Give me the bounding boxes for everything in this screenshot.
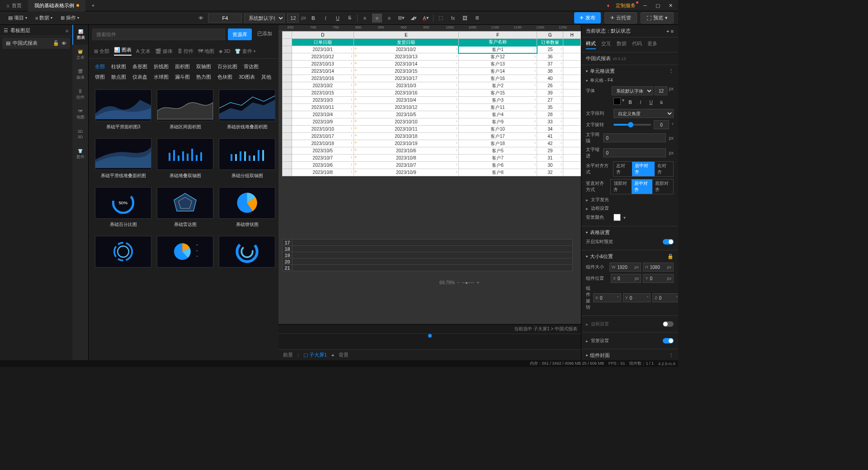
- data-cell[interactable]: ≡2023/10/17↓: [354, 75, 458, 82]
- chart-type-全部[interactable]: 全部: [95, 63, 105, 70]
- data-cell[interactable]: ≡2023/10/18↓: [354, 133, 458, 140]
- data-cell[interactable]: ≡2023/10/7↓: [354, 162, 458, 169]
- data-cell[interactable]: 客户10↓: [458, 126, 537, 133]
- data-cell[interactable]: 27↓: [537, 97, 563, 104]
- widget-tab-地图[interactable]: 🗺地图: [198, 47, 214, 56]
- col-header[interactable]: F: [458, 32, 537, 39]
- lock-icon[interactable]: 🔒: [667, 254, 674, 259]
- data-cell[interactable]: 28↓: [537, 111, 563, 118]
- y-input[interactable]: [650, 276, 665, 281]
- x-input[interactable]: [618, 276, 633, 281]
- italic-button[interactable]: I: [321, 14, 330, 23]
- realtime-toggle[interactable]: [663, 239, 674, 244]
- data-cell[interactable]: 34↓: [537, 126, 563, 133]
- v-align-segment[interactable]: 顶部对齐居中对齐底部对齐: [610, 179, 674, 194]
- data-cell[interactable]: 客户6↓: [458, 162, 537, 169]
- data-cell[interactable]: 2023/10/15↓: [292, 89, 354, 97]
- widget-tab-媒体[interactable]: 🎬媒体: [155, 47, 173, 56]
- data-cell[interactable]: 客户5↓: [458, 147, 537, 155]
- rail-媒体[interactable]: 🎬媒体: [72, 65, 88, 85]
- widget-tab-套件[interactable]: 👕套件▾: [235, 47, 255, 56]
- section-cover[interactable]: 组件封面: [590, 352, 610, 359]
- data-cell[interactable]: 客户16↓: [458, 75, 537, 82]
- rp-tab-更多[interactable]: 更多: [647, 40, 657, 49]
- merge-button[interactable]: ⬚: [436, 14, 446, 23]
- data-cell[interactable]: 客户11↓: [458, 104, 537, 111]
- chart-thumb[interactable]: 50%基础百分比图: [95, 187, 151, 228]
- data-cell[interactable]: ≡2023/10/14↓: [354, 61, 458, 68]
- header-cell[interactable]: 订单数量: [537, 39, 563, 46]
- chart-thumb[interactable]: [95, 236, 151, 270]
- data-cell[interactable]: 29↓: [537, 147, 563, 155]
- width-input[interactable]: [617, 265, 632, 270]
- data-cell[interactable]: ≡2023/10/10↓: [354, 118, 458, 126]
- data-cell[interactable]: 2023/10/1↓: [292, 46, 354, 53]
- data-cell[interactable]: 客户2↓: [458, 82, 537, 89]
- data-cell[interactable]: 26↓: [537, 82, 563, 89]
- data-cell[interactable]: 客户15↓: [458, 89, 537, 97]
- chart-type-散点图[interactable]: 散点图: [111, 74, 126, 80]
- tab-front[interactable]: 前景: [283, 352, 293, 358]
- data-cell[interactable]: 41↓: [537, 133, 563, 140]
- rotate-input[interactable]: [654, 120, 669, 129]
- data-cell[interactable]: 2023/10/4↓: [292, 111, 354, 118]
- data-cell[interactable]: 33↓: [537, 118, 563, 126]
- chart-type-其他[interactable]: 其他: [261, 74, 271, 80]
- text-align-select[interactable]: 自定义角度: [613, 109, 674, 118]
- rotate-slider[interactable]: [613, 124, 651, 126]
- data-cell[interactable]: 36↓: [537, 53, 563, 61]
- chart-thumb[interactable]: 基础折线堆叠面积图: [219, 89, 275, 130]
- layers-search-icon[interactable]: ⌕: [66, 28, 69, 33]
- chart-thumb[interactable]: 基础区间面积图: [157, 89, 213, 130]
- data-cell[interactable]: 31↓: [537, 155, 563, 162]
- data-cell[interactable]: 客户13↓: [458, 61, 537, 68]
- rp-font-size[interactable]: [655, 86, 667, 95]
- layer-item[interactable]: ▤ 中国式报表 🔓 👁: [2, 38, 70, 49]
- data-cell[interactable]: 2023/10/2↓: [292, 82, 354, 89]
- source-lib-button[interactable]: 资源库: [228, 28, 252, 40]
- widget-tab-3D[interactable]: ◈3D: [219, 47, 230, 56]
- section-size[interactable]: 大小&位置: [590, 253, 613, 260]
- tab-back[interactable]: 背景: [339, 352, 349, 358]
- data-cell[interactable]: ≡2023/10/6↓: [354, 147, 458, 155]
- data-cell[interactable]: ≡2023/10/19↓: [354, 140, 458, 147]
- rp-font-family[interactable]: 系统默认字体: [612, 86, 653, 95]
- chart-thumb[interactable]: [219, 236, 275, 270]
- menu-data[interactable]: ≡数据: [32, 13, 56, 23]
- chart-type-热力图[interactable]: 热力图: [196, 74, 211, 80]
- data-cell[interactable]: 25↓: [537, 46, 563, 53]
- chart-type-双轴图[interactable]: 双轴图: [196, 63, 211, 70]
- add-screen-button[interactable]: +: [331, 352, 334, 358]
- data-cell[interactable]: 2023/10/8↓: [292, 169, 354, 176]
- header-cell[interactable]: 订单日期: [292, 39, 354, 46]
- border-toggle[interactable]: [663, 321, 674, 327]
- eye-icon[interactable]: 👁: [61, 41, 66, 46]
- chart-thumb[interactable]: 基础雷达图: [157, 187, 213, 228]
- chart-thumb[interactable]: ━━━: [157, 236, 213, 270]
- rp-tab-代码[interactable]: 代码: [632, 40, 642, 49]
- rail-控件[interactable]: 🎛控件: [72, 85, 88, 104]
- section-cell[interactable]: 单元格设置: [590, 68, 615, 75]
- data-cell[interactable]: 39↓: [537, 89, 563, 97]
- add-state-button[interactable]: +: [666, 28, 669, 34]
- data-cell[interactable]: 客户1↓: [458, 46, 537, 53]
- rp-strike[interactable]: S̶: [657, 98, 666, 107]
- publish-button[interactable]: ✈发布: [574, 12, 601, 24]
- rp-bold[interactable]: B: [626, 98, 635, 107]
- rz-input[interactable]: [659, 296, 675, 301]
- data-cell[interactable]: 42↓: [537, 140, 563, 147]
- section-table[interactable]: 表格设置: [590, 229, 610, 236]
- data-cell[interactable]: ≡2023/10/4↓: [354, 97, 458, 104]
- header-cell[interactable]: 发货日期: [354, 39, 458, 46]
- unlock-icon[interactable]: 🔓: [53, 40, 59, 46]
- rail-3D[interactable]: 3D3D: [72, 124, 88, 144]
- tab-subscreen[interactable]: ▢ 子大屏1: [303, 352, 327, 358]
- rail-地图[interactable]: 🗺地图: [72, 104, 88, 124]
- rail-图表[interactable]: 📊图表: [72, 25, 88, 45]
- preview-button[interactable]: ⛶预览▾: [641, 12, 674, 24]
- widget-search-input[interactable]: [92, 28, 225, 40]
- spacing-input[interactable]: [603, 133, 666, 142]
- bg-section[interactable]: 背景设置: [591, 338, 660, 344]
- file-tab[interactable]: 我的基础表格示例: [28, 0, 85, 11]
- cell-reference-input[interactable]: [208, 14, 242, 23]
